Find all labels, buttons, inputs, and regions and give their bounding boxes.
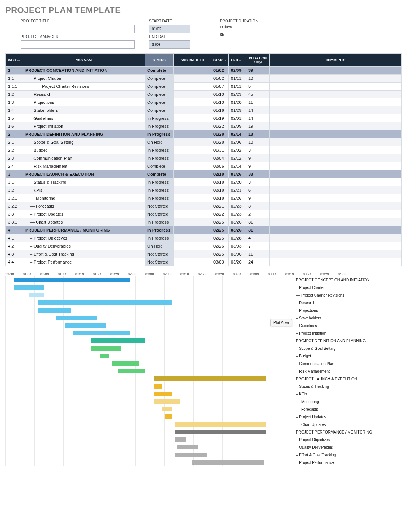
end-cell: 03/03 [229,242,246,250]
table-row: 1.4– StakeholdersComplete01/1601/2914 [6,106,402,114]
duration-cell: 9 [246,162,270,170]
status-cell: Complete [145,106,174,114]
axis-tick: 02/18 [180,272,198,276]
wbs-cell: 2.3 [6,154,23,162]
status-cell: Complete [145,162,174,170]
start-cell: 01/10 [211,91,229,98]
table-row: 2PROJECT DEFINITION AND PLANNINGIn Progr… [6,130,402,138]
end-cell: 02/12 [229,154,246,162]
gantt-row [5,299,294,306]
col-end: END DATE [229,54,246,67]
table-row: 2.1– Scope & Goal SettingOn Hold01/2802/… [6,138,402,146]
gantt-row [5,459,294,466]
col-wbs: WBS NO. [6,54,23,67]
duration-cell: 9 [246,194,270,202]
axis-tick: 04/03 [338,272,355,276]
gantt-plot: Plot Area [5,276,294,466]
gantt-row [5,322,294,329]
wbs-cell: 1.3 [6,98,23,106]
axis-tick: 03/09 [250,272,268,276]
status-cell: In Progress [145,234,174,242]
status-cell: In Progress [145,114,174,122]
gantt-row [5,284,294,291]
assigned-cell [174,234,211,242]
gantt-row [5,428,294,436]
assigned-cell [174,162,211,170]
gantt-bar [154,384,162,389]
wbs-cell: 1.1 [6,75,23,83]
status-cell: Not Started [145,250,174,258]
task-cell: –– Project Charter Revisions [23,83,145,91]
status-cell: In Progress [145,146,174,154]
assigned-cell [174,98,211,106]
table-row: 1.6– Project InitiationIn Progress01/220… [6,122,402,130]
comments-cell [270,138,402,146]
gantt-bar [175,422,267,427]
gantt-row [5,390,294,398]
duration-cell: 19 [246,122,270,130]
legend-item: – Scope & Goal Setting [294,345,402,352]
duration-cell: 3 [246,178,270,186]
gantt-row [5,413,294,421]
comments-cell [270,130,402,138]
project-manager-input[interactable] [21,40,135,49]
wbs-cell: 4.1 [6,234,23,242]
task-cell: – Research [23,91,145,98]
status-cell: Not Started [145,258,174,266]
status-cell: On Hold [145,138,174,146]
comments-cell [270,202,402,210]
start-cell: 02/21 [211,202,229,210]
axis-tick: 01/19 [75,272,93,276]
comments-cell [270,194,402,202]
legend-item: – Project Initiation [294,329,402,337]
table-row: 1.2– ResearchComplete01/1002/2345 [6,91,402,98]
status-cell: Complete [145,98,174,106]
gantt-chart: 12/3001/0401/0901/1401/1901/2401/2902/03… [5,272,402,466]
gantt-bar [56,316,97,320]
gantt-row [5,375,294,383]
legend-item: PROJECT CONCEPTION AND INITIATION [294,276,402,284]
start-cell: 01/02 [211,75,229,83]
task-cell: – Project Objectives [23,234,145,242]
end-cell: 02/09 [229,122,246,130]
duration-cell: 14 [246,106,270,114]
end-cell: 03/26 [229,218,246,226]
duration-cell: 31 [246,226,270,234]
assigned-cell [174,194,211,202]
legend-item: –– Chart Updates [294,421,402,428]
end-cell: 02/06 [229,138,246,146]
table-row: 4.1– Project ObjectivesIn Progress02/250… [6,234,402,242]
task-cell: – Communication Plan [23,154,145,162]
status-cell: Complete [145,67,174,75]
legend-item: – Project Charter [294,284,402,291]
assigned-cell [174,154,211,162]
status-cell: In Progress [145,186,174,194]
wbs-cell: 2.4 [6,162,23,170]
table-row: 1PROJECT CONCEPTION AND INITIATIONComple… [6,67,402,75]
gantt-bar [65,323,106,328]
status-cell: Complete [145,75,174,83]
status-cell: In Progress [145,122,174,130]
table-row: 2.4– Risk ManagementComplete02/0602/149 [6,162,402,170]
axis-tick: 03/04 [233,272,250,276]
gantt-row [5,345,294,352]
table-row: 4.3– Effort & Cost TrackingNot Started02… [6,250,402,258]
legend-item: –– Forecasts [294,405,402,413]
status-cell: In Progress [145,226,174,234]
comments-cell [270,75,402,83]
gantt-row [5,436,294,443]
comments-cell [270,170,402,178]
assigned-cell [174,242,211,250]
start-cell: 02/25 [211,250,229,258]
gantt-bar [100,354,109,358]
gantt-axis: 12/3001/0401/0901/1401/1901/2401/2902/03… [5,272,402,276]
start-cell: 01/28 [211,138,229,146]
project-title-input[interactable] [21,25,135,33]
plot-area-button[interactable]: Plot Area [270,319,292,326]
table-row: 3.1– Status & TrackingIn Progress02/1802… [6,178,402,186]
task-cell: – Stakeholders [23,106,145,114]
task-cell: – Guidelines [23,114,145,122]
legend-item: –– Monitoring [294,398,402,405]
gantt-bar [192,460,263,465]
task-cell: –– Monitoring [23,194,145,202]
